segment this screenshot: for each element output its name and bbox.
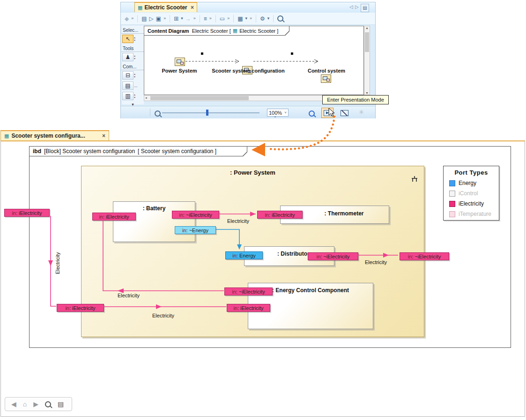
home-icon[interactable]: ⌂ — [23, 400, 27, 408]
container-icon[interactable]: ▭ — [220, 16, 225, 22]
scroll-left-icon[interactable]: ◂ — [145, 96, 147, 100]
diagram-frame-header[interactable]: ibd [Block] Scooter system configuration… — [30, 147, 247, 156]
palette-more-label[interactable]: ... — [134, 83, 138, 88]
port-types-legend[interactable]: Port Types Energy iControl iElectricity … — [443, 166, 499, 221]
content-diagram-canvas[interactable]: Content Diagram Electric Scooter [ ▦ Ele… — [144, 26, 364, 95]
port-distributor-conj-ielectricity[interactable]: in : ~iElectricity — [308, 252, 358, 260]
node-label-power-system[interactable]: Power System — [156, 68, 203, 74]
legend-item-ielectricity: iElectricity — [449, 200, 499, 207]
port-battery-conj-energy[interactable]: in : ~Energy — [175, 226, 216, 234]
scroll-up-icon[interactable]: ▲ — [365, 26, 369, 29]
palette-section-common[interactable]: Com... — [122, 63, 144, 70]
zoom-level-select[interactable]: 100% ˅ — [267, 109, 289, 117]
port-distributor-energy[interactable]: in : Energy — [225, 251, 263, 259]
element-icon: ▥ — [125, 93, 130, 99]
port-ecc-conj-ielectricity[interactable]: in : ~iElectricity — [224, 287, 273, 295]
back-icon[interactable]: ◆ — [125, 16, 129, 22]
tab-scooter-system-configuration[interactable]: ▦ Scooter system configura... × — [0, 130, 109, 140]
connector-label-electricity: Electricity — [227, 218, 249, 224]
scrollbar-thumb[interactable] — [365, 32, 369, 52]
spin-down-icon[interactable]: ▾ — [134, 96, 135, 99]
scrollbar-thumb[interactable] — [150, 96, 249, 100]
palette-spinner[interactable]: ▴▾ — [134, 54, 135, 60]
more-icon[interactable]: » — [227, 16, 230, 21]
back-icon[interactable]: ◀ — [11, 400, 16, 408]
port-powersystem-conj-ielectricity[interactable]: in : ~iElectricity — [400, 252, 449, 260]
list-tool-button[interactable]: ▤ — [122, 81, 133, 90]
legend-title: Port Types — [444, 169, 499, 176]
diagram-icon: ▦ — [233, 28, 237, 34]
grid-icon[interactable]: ▤ — [58, 400, 64, 408]
layout-icon[interactable]: ⊞ — [174, 16, 178, 22]
search-icon[interactable] — [277, 15, 283, 22]
palette-spinner[interactable]: ▴▾ — [134, 36, 135, 42]
dropdown-icon[interactable]: ▾ — [181, 16, 183, 21]
more-icon[interactable]: » — [250, 16, 252, 21]
spin-down-icon[interactable]: ▾ — [134, 57, 135, 60]
zoom-out-icon[interactable] — [155, 111, 161, 117]
gear-icon[interactable]: ⚙ — [260, 16, 265, 22]
port-thermometer-ielectricity[interactable]: in : iElectricity — [257, 211, 303, 219]
palette-spinner[interactable]: ▴▾ — [134, 93, 135, 99]
port-ielectricity[interactable]: in : iElectricity — [57, 304, 104, 312]
itemperature-swatch — [449, 211, 455, 217]
spin-down-icon[interactable]: ▾ — [134, 39, 135, 42]
node-icon-control-system[interactable] — [321, 74, 331, 83]
palette-section-selection[interactable]: Selec... — [122, 27, 144, 34]
palette-spinner[interactable]: ▴▾ — [134, 73, 135, 78]
model-icon[interactable]: ▤ — [141, 16, 147, 22]
mouse-cursor — [328, 108, 335, 117]
zoom-slider[interactable] — [162, 112, 259, 113]
more-icon[interactable]: » — [193, 16, 196, 21]
folder-tool-button[interactable]: ⊟ — [122, 71, 133, 80]
grid-icon[interactable]: ▦ — [237, 16, 243, 22]
fullscreen-button[interactable] — [338, 108, 350, 118]
spin-down-icon[interactable]: ▾ — [134, 75, 135, 78]
more-icon[interactable]: » — [209, 16, 212, 21]
title-bar: ▦ Electric Scooter × ◁ ▷ ▤ — [121, 2, 375, 13]
palette-row: ▥ ▴▾ — [122, 91, 144, 101]
palette-section-tools[interactable]: Tools — [122, 45, 144, 52]
toolbar-separator — [233, 15, 234, 22]
port-frame-ielectricity[interactable]: in : iElectricity — [4, 209, 50, 217]
run-icon[interactable]: ▷ — [149, 16, 154, 22]
note-icon[interactable]: ≡ — [204, 16, 207, 22]
part-battery[interactable]: : Battery — [113, 201, 195, 242]
selection-tool-button[interactable]: ↖ — [122, 35, 133, 43]
port-battery-conj-ielectricity[interactable]: in : ~iElectricity — [172, 211, 219, 219]
tab-label: Electric Scooter — [144, 4, 187, 11]
more-icon[interactable]: » — [131, 16, 133, 21]
dropdown-icon[interactable]: ▾ — [245, 16, 248, 21]
tab-scroll-left-icon[interactable]: ◁ — [349, 4, 353, 9]
legend-item-energy: Energy — [449, 180, 499, 186]
port-battery-ielectricity[interactable]: in : iElectricity — [92, 213, 136, 221]
node-label-scooter-system-configuration[interactable]: Scooter system configuration — [201, 68, 295, 74]
zoom-in-button[interactable] — [309, 111, 315, 117]
fullscreen-icon — [341, 110, 348, 116]
close-icon[interactable]: × — [191, 4, 194, 11]
copy-icon[interactable]: ▣ — [156, 16, 161, 22]
zoom-slider-thumb[interactable] — [206, 110, 208, 116]
element-tool-button[interactable]: ▥ — [122, 92, 133, 100]
legend-item-icontrol: iControl — [449, 190, 499, 197]
ielectricity-swatch — [449, 201, 455, 207]
actor-tool-button[interactable]: ♟ — [122, 53, 133, 61]
vertical-scrollbar[interactable]: ▲ ▼ — [364, 26, 370, 95]
node-icon-power-system[interactable] — [175, 58, 185, 66]
scroll-down-icon[interactable]: ▼ — [365, 91, 369, 95]
node-label-control-system[interactable]: Control system — [303, 68, 350, 74]
search-icon[interactable] — [45, 401, 51, 407]
tab-electric-scooter[interactable]: ▦ Electric Scooter × — [134, 2, 197, 12]
relation-icon[interactable]: → — [185, 16, 191, 22]
content-diagram-header[interactable]: Content Diagram Electric Scooter [ ▦ Ele… — [144, 26, 289, 36]
tab-scroll-right-icon[interactable]: ▷ — [355, 4, 359, 9]
tab-list-icon[interactable]: ▤ — [361, 4, 369, 12]
close-icon[interactable]: × — [102, 133, 105, 139]
dropdown-icon[interactable]: ▾ — [267, 16, 270, 21]
statusbar-separator — [150, 109, 150, 116]
more-icon[interactable]: » — [163, 16, 166, 21]
effects-icon[interactable]: ✳ — [359, 109, 364, 116]
folder-icon: ⊟ — [126, 72, 130, 79]
port-ecc-ielectricity[interactable]: in : iElectricity — [227, 304, 270, 312]
forward-icon[interactable]: ▶ — [33, 400, 38, 408]
